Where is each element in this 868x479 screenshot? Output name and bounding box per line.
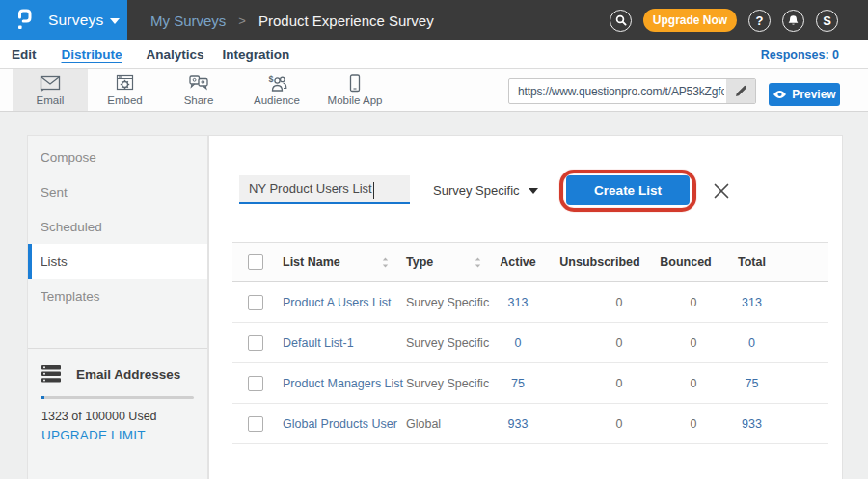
mobile-app-icon bbox=[349, 74, 361, 93]
cell-bounced: 0 bbox=[655, 417, 717, 431]
cell-active[interactable]: 0 bbox=[491, 336, 545, 350]
cell-total[interactable]: 75 bbox=[717, 377, 787, 390]
sort-icon[interactable] bbox=[382, 257, 389, 268]
cell-bounced: 0 bbox=[655, 336, 717, 350]
topbar-actions: Upgrade Now ? S bbox=[610, 0, 838, 40]
survey-url-field bbox=[508, 78, 756, 104]
list-name-input[interactable] bbox=[239, 175, 410, 204]
breadcrumb-survey-title: Product Experience Survey bbox=[258, 13, 434, 29]
cell-list-name[interactable]: Default List-1 bbox=[275, 336, 398, 350]
toolbar-item-mobile-app[interactable]: Mobile App bbox=[318, 69, 392, 111]
pencil-icon bbox=[734, 84, 748, 98]
table-header-row: List Name Type Active Unsubscribed Bounc… bbox=[232, 242, 828, 282]
responses-count[interactable]: Responses: 0 bbox=[761, 48, 839, 62]
cell-active[interactable]: 313 bbox=[491, 296, 545, 309]
svg-text:$: $ bbox=[268, 74, 273, 84]
email-addresses-panel: Email Addresses 1323 of 100000 Used UPGR… bbox=[28, 349, 207, 443]
cell-total[interactable]: 0 bbox=[717, 336, 787, 350]
close-icon bbox=[713, 182, 730, 200]
content-area: Compose Sent Scheduled Lists Templates E… bbox=[0, 112, 868, 479]
cell-unsubscribed: 0 bbox=[545, 377, 655, 390]
select-caret-icon bbox=[529, 188, 538, 194]
cell-type: Survey Specific bbox=[398, 377, 491, 390]
close-create-button[interactable] bbox=[713, 182, 730, 200]
help-button[interactable]: ? bbox=[748, 10, 771, 32]
table-row: Product A Users List Survey Specific 313… bbox=[232, 282, 828, 323]
column-header-total: Total bbox=[717, 255, 787, 269]
email-sidebar: Compose Sent Scheduled Lists Templates E… bbox=[27, 135, 208, 479]
lists-panel: Survey Specific Create List List Name Ty… bbox=[208, 135, 843, 479]
column-header-type[interactable]: Type bbox=[398, 255, 491, 269]
cell-active[interactable]: 933 bbox=[491, 417, 545, 431]
edit-url-button[interactable] bbox=[726, 79, 755, 103]
breadcrumb: My Surveys > Product Experience Survey bbox=[150, 0, 434, 40]
sidebar-item-templates[interactable]: Templates bbox=[28, 279, 207, 313]
email-icon bbox=[39, 74, 62, 93]
toolbar-item-email[interactable]: Email bbox=[13, 69, 88, 111]
cell-unsubscribed: 0 bbox=[545, 336, 655, 350]
cell-total[interactable]: 933 bbox=[717, 417, 787, 431]
top-bar: Surveys My Surveys > Product Experience … bbox=[0, 0, 868, 40]
toolbar-item-share[interactable]: Share bbox=[162, 69, 235, 111]
product-switcher[interactable]: Surveys bbox=[0, 0, 127, 40]
tab-distribute[interactable]: Distribute bbox=[62, 47, 122, 62]
product-name: Surveys bbox=[48, 12, 103, 29]
survey-url-input[interactable] bbox=[509, 79, 755, 103]
toolbar-item-audience[interactable]: $ Audience bbox=[235, 69, 318, 111]
cell-list-name[interactable]: Product Managers List bbox=[275, 377, 398, 390]
account-avatar[interactable]: S bbox=[816, 10, 838, 32]
share-icon bbox=[188, 74, 209, 93]
upgrade-limit-link[interactable]: UPGRADE LIMIT bbox=[41, 428, 146, 442]
search-button[interactable] bbox=[610, 10, 632, 32]
tab-integration[interactable]: Integration bbox=[223, 47, 290, 62]
cell-list-name[interactable]: Product A Users List bbox=[275, 296, 398, 309]
audience-icon: $ bbox=[265, 74, 288, 93]
cell-bounced: 0 bbox=[655, 296, 717, 309]
preview-button[interactable]: Preview bbox=[769, 83, 840, 106]
sidebar-item-sent[interactable]: Sent bbox=[28, 174, 207, 209]
bell-icon bbox=[787, 14, 800, 27]
cell-unsubscribed: 0 bbox=[545, 417, 655, 431]
cell-type: Survey Specific bbox=[398, 296, 491, 309]
table-row: Default List-1 Survey Specific 0 0 0 0 bbox=[232, 323, 828, 363]
row-checkbox[interactable] bbox=[248, 295, 263, 310]
column-header-list-name[interactable]: List Name bbox=[275, 255, 398, 269]
table-row: Product Managers List Survey Specific 75… bbox=[232, 363, 828, 404]
embed-icon bbox=[115, 74, 135, 93]
sort-icon[interactable] bbox=[475, 257, 481, 268]
create-list-button[interactable]: Create List bbox=[566, 175, 690, 205]
distribute-toolbar: Email Embed Share $ bbox=[0, 69, 868, 112]
usage-text: 1323 of 100000 Used bbox=[41, 410, 194, 423]
usage-progress-bar bbox=[41, 396, 194, 399]
row-checkbox[interactable] bbox=[248, 335, 263, 351]
column-header-unsubscribed: Unsubscribed bbox=[545, 255, 655, 269]
cell-total[interactable]: 313 bbox=[717, 296, 787, 309]
cell-list-name[interactable]: Global Products User bbox=[275, 417, 398, 431]
notifications-button[interactable] bbox=[782, 10, 804, 32]
email-addresses-title: Email Addresses bbox=[76, 367, 180, 382]
select-all-checkbox[interactable] bbox=[248, 254, 263, 270]
lists-table: List Name Type Active Unsubscribed Bounc… bbox=[232, 242, 828, 444]
sidebar-item-scheduled[interactable]: Scheduled bbox=[28, 209, 207, 244]
tab-edit[interactable]: Edit bbox=[12, 47, 37, 62]
toolbar-item-embed[interactable]: Embed bbox=[88, 69, 162, 111]
breadcrumb-separator-icon: > bbox=[238, 13, 246, 28]
row-checkbox[interactable] bbox=[248, 416, 263, 432]
table-row: Global Products User Global 933 0 0 933 bbox=[232, 404, 828, 444]
cell-type: Global bbox=[398, 417, 491, 431]
column-header-active: Active bbox=[491, 255, 545, 269]
row-checkbox[interactable] bbox=[248, 376, 263, 391]
sidebar-item-compose[interactable]: Compose bbox=[28, 140, 207, 174]
list-type-select[interactable]: Survey Specific bbox=[433, 175, 564, 204]
breadcrumb-my-surveys[interactable]: My Surveys bbox=[150, 13, 226, 29]
upgrade-now-button[interactable]: Upgrade Now bbox=[643, 9, 737, 32]
sidebar-item-lists[interactable]: Lists bbox=[28, 244, 207, 279]
column-header-bounced: Bounced bbox=[655, 255, 717, 269]
search-icon bbox=[615, 14, 627, 26]
cell-bounced: 0 bbox=[655, 377, 717, 390]
cell-active[interactable]: 75 bbox=[491, 377, 545, 390]
cell-unsubscribed: 0 bbox=[545, 296, 655, 309]
address-list-icon bbox=[41, 365, 61, 383]
survey-tabs: Edit Distribute Analytics Integration Re… bbox=[0, 40, 868, 69]
tab-analytics[interactable]: Analytics bbox=[147, 47, 204, 62]
